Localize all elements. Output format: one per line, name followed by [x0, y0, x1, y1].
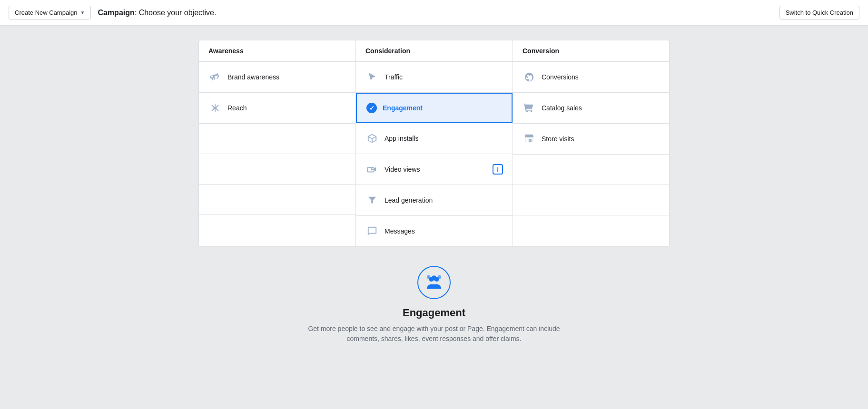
objective-app-installs[interactable]: App installs: [356, 123, 513, 154]
header-awareness: Awareness: [199, 40, 356, 61]
conversion-empty-2: [513, 185, 670, 215]
svg-point-2: [432, 275, 436, 280]
conversion-empty-3: [513, 215, 670, 246]
objective-brand-awareness[interactable]: Brand awareness: [199, 62, 355, 93]
asterisk-icon: [208, 101, 222, 115]
objective-engagement[interactable]: Engagement: [356, 93, 513, 123]
info-badge[interactable]: i: [493, 164, 503, 175]
objective-table: Awareness Consideration Conversion Brand…: [198, 40, 670, 247]
objective-store-visits[interactable]: Store visits: [513, 124, 670, 155]
objective-video-views[interactable]: Video views i: [356, 154, 513, 185]
conversion-empty-1: [513, 155, 670, 185]
video-icon: [365, 163, 379, 176]
store-visits-label: Store visits: [542, 135, 574, 143]
svg-point-3: [438, 275, 442, 279]
engagement-label: Engagement: [383, 104, 423, 112]
conversion-column: Conversions Catalog sales: [513, 62, 670, 246]
traffic-label: Traffic: [385, 73, 403, 81]
objective-description: Engagement Get more people to see and en…: [291, 266, 577, 344]
objective-catalog-sales[interactable]: Catalog sales: [513, 93, 670, 124]
create-campaign-button[interactable]: Create New Campaign ▼: [9, 6, 91, 19]
topbar-title-suffix: Choose your objective.: [139, 9, 217, 17]
awareness-empty-2: [199, 154, 355, 185]
create-campaign-label: Create New Campaign: [15, 9, 78, 16]
header-conversion: Conversion: [513, 40, 670, 61]
filter-icon: [365, 194, 379, 207]
video-views-label: Video views: [385, 166, 420, 173]
engagement-description-icon: [417, 266, 451, 299]
description-title: Engagement: [403, 307, 465, 319]
chat-icon: [365, 224, 379, 238]
awareness-column: Brand awareness Reach: [199, 62, 356, 246]
objective-reach[interactable]: Reach: [199, 93, 355, 124]
megaphone-icon: [208, 70, 222, 84]
topbar: Create New Campaign ▼ Campaign: Choose y…: [0, 0, 868, 26]
brand-awareness-label: Brand awareness: [227, 73, 279, 81]
cart-icon: [523, 101, 536, 115]
awareness-empty-4: [199, 215, 355, 245]
engagement-svg-icon: [425, 273, 443, 292]
consideration-column: Traffic Engagement App installs: [356, 62, 513, 246]
topbar-title-prefix: Campaign: [98, 9, 134, 17]
description-text: Get more people to see and engage with y…: [291, 324, 577, 344]
cube-icon: [365, 132, 379, 145]
messages-label: Messages: [385, 227, 415, 235]
awareness-empty-1: [199, 124, 355, 154]
lead-generation-label: Lead generation: [385, 196, 433, 204]
store-icon: [523, 132, 536, 146]
topbar-title: Campaign: Choose your objective.: [98, 9, 216, 17]
svg-point-4: [427, 275, 431, 279]
engagement-check-icon: [366, 103, 377, 113]
reach-label: Reach: [227, 104, 247, 112]
switch-to-quick-creation-button[interactable]: Switch to Quick Creation: [779, 6, 859, 19]
topbar-left: Create New Campaign ▼ Campaign: Choose y…: [9, 6, 216, 19]
main-content: Awareness Consideration Conversion Brand…: [0, 26, 868, 358]
catalog-sales-label: Catalog sales: [542, 104, 582, 112]
app-installs-label: App installs: [385, 135, 419, 142]
chevron-down-icon: ▼: [80, 10, 85, 15]
objective-messages[interactable]: Messages: [356, 216, 513, 246]
objective-body: Brand awareness Reach: [199, 62, 669, 246]
objective-traffic[interactable]: Traffic: [356, 62, 513, 93]
objective-conversions[interactable]: Conversions: [513, 62, 670, 93]
objective-header-row: Awareness Consideration Conversion: [199, 40, 669, 62]
awareness-empty-3: [199, 185, 355, 215]
cursor-icon: [365, 70, 379, 84]
objective-lead-generation[interactable]: Lead generation: [356, 185, 513, 216]
conversions-label: Conversions: [542, 73, 579, 81]
globe-icon: [523, 70, 536, 84]
header-consideration: Consideration: [356, 40, 513, 61]
